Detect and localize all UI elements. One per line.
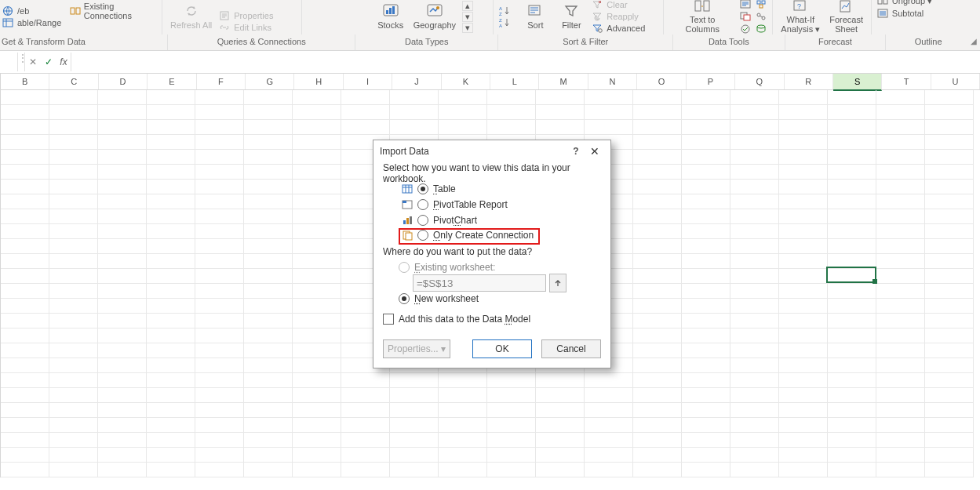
cell[interactable] xyxy=(876,105,925,120)
cell[interactable] xyxy=(98,194,147,209)
column-header-U[interactable]: U xyxy=(931,74,980,89)
cell[interactable] xyxy=(779,120,828,135)
cell[interactable] xyxy=(682,224,730,239)
cell[interactable] xyxy=(730,135,779,150)
cell[interactable] xyxy=(1,269,49,284)
cell[interactable] xyxy=(925,403,974,418)
cell[interactable] xyxy=(730,463,779,477)
cell[interactable] xyxy=(779,269,828,284)
cell[interactable] xyxy=(536,448,585,463)
cell[interactable] xyxy=(390,120,439,135)
column-header-P[interactable]: P xyxy=(687,74,735,89)
cell[interactable] xyxy=(487,388,536,403)
cell[interactable] xyxy=(195,403,244,418)
cell[interactable] xyxy=(195,150,244,165)
cell[interactable] xyxy=(828,448,876,463)
cell[interactable] xyxy=(876,180,925,194)
cell[interactable] xyxy=(98,373,147,388)
cell[interactable] xyxy=(341,373,390,388)
cell[interactable] xyxy=(49,224,98,239)
cell[interactable] xyxy=(730,120,779,135)
cell[interactable] xyxy=(682,209,730,224)
cell[interactable] xyxy=(730,403,779,418)
cell[interactable] xyxy=(730,433,779,448)
cell[interactable] xyxy=(439,388,487,403)
cell[interactable] xyxy=(195,373,244,388)
cell[interactable] xyxy=(730,269,779,284)
cell[interactable] xyxy=(1,194,49,209)
cell[interactable] xyxy=(1,165,49,180)
cell[interactable] xyxy=(293,388,341,403)
cell[interactable] xyxy=(147,284,195,299)
cell[interactable] xyxy=(876,388,925,403)
cell[interactable] xyxy=(876,299,925,314)
cell[interactable] xyxy=(1,328,49,343)
cell[interactable] xyxy=(1,180,49,194)
cell[interactable] xyxy=(828,343,876,358)
cell[interactable] xyxy=(244,299,293,314)
cell[interactable] xyxy=(682,194,730,209)
cell[interactable] xyxy=(293,90,341,105)
whatif-analysis-button[interactable]: ? What-If Analysis ▾ xyxy=(778,0,823,33)
cell[interactable] xyxy=(293,120,341,135)
cell[interactable] xyxy=(341,433,390,448)
cell[interactable] xyxy=(633,239,682,254)
cell[interactable] xyxy=(730,180,779,194)
cell[interactable] xyxy=(682,328,730,343)
cell[interactable] xyxy=(828,224,876,239)
cell[interactable] xyxy=(487,120,536,135)
cell[interactable] xyxy=(293,165,341,180)
cell[interactable] xyxy=(98,448,147,463)
column-header-R[interactable]: R xyxy=(785,74,833,89)
cell[interactable] xyxy=(1,299,49,314)
cell[interactable] xyxy=(98,328,147,343)
cell[interactable] xyxy=(147,373,195,388)
cell[interactable] xyxy=(876,209,925,224)
cell[interactable] xyxy=(779,433,828,448)
sort-za-button[interactable]: ZA xyxy=(498,17,516,28)
cell[interactable] xyxy=(585,463,633,477)
cell[interactable] xyxy=(98,224,147,239)
column-header-B[interactable]: B xyxy=(1,74,49,89)
cell[interactable] xyxy=(244,433,293,448)
cell[interactable] xyxy=(585,403,633,418)
cell[interactable] xyxy=(828,194,876,209)
column-header-G[interactable]: G xyxy=(246,74,294,89)
cell[interactable] xyxy=(633,403,682,418)
cell[interactable] xyxy=(730,373,779,388)
add-to-data-model-label[interactable]: Add this data to the Data Model xyxy=(399,314,530,325)
cell[interactable] xyxy=(244,209,293,224)
cell[interactable] xyxy=(585,373,633,388)
cell[interactable] xyxy=(730,284,779,299)
cell[interactable] xyxy=(925,358,974,373)
cell[interactable] xyxy=(779,105,828,120)
column-header-D[interactable]: D xyxy=(99,74,148,89)
cell[interactable] xyxy=(730,358,779,373)
cell[interactable] xyxy=(779,373,828,388)
cell[interactable] xyxy=(876,224,925,239)
cell[interactable] xyxy=(682,358,730,373)
cell[interactable] xyxy=(925,90,974,105)
dialog-titlebar[interactable]: Import Data ? ✕ xyxy=(373,140,610,162)
pivottable-radio[interactable] xyxy=(417,199,428,210)
cell[interactable] xyxy=(49,135,98,150)
cell[interactable] xyxy=(925,463,974,477)
cell[interactable] xyxy=(195,90,244,105)
cell[interactable] xyxy=(293,269,341,284)
cell[interactable] xyxy=(1,284,49,299)
cell[interactable] xyxy=(730,314,779,328)
cell[interactable] xyxy=(585,105,633,120)
cell[interactable] xyxy=(585,90,633,105)
cell[interactable] xyxy=(876,373,925,388)
cell[interactable] xyxy=(1,239,49,254)
data-validation-button[interactable] xyxy=(739,24,752,34)
ungroup-button[interactable]: Ungroup ▾ xyxy=(876,0,932,7)
cell[interactable] xyxy=(244,135,293,150)
data-types-gallery-up[interactable]: ▴ xyxy=(462,1,473,11)
cell[interactable] xyxy=(682,254,730,269)
column-header-Q[interactable]: Q xyxy=(735,74,784,89)
cell[interactable] xyxy=(49,343,98,358)
cell[interactable] xyxy=(98,343,147,358)
cell[interactable] xyxy=(195,284,244,299)
cell[interactable] xyxy=(390,388,439,403)
